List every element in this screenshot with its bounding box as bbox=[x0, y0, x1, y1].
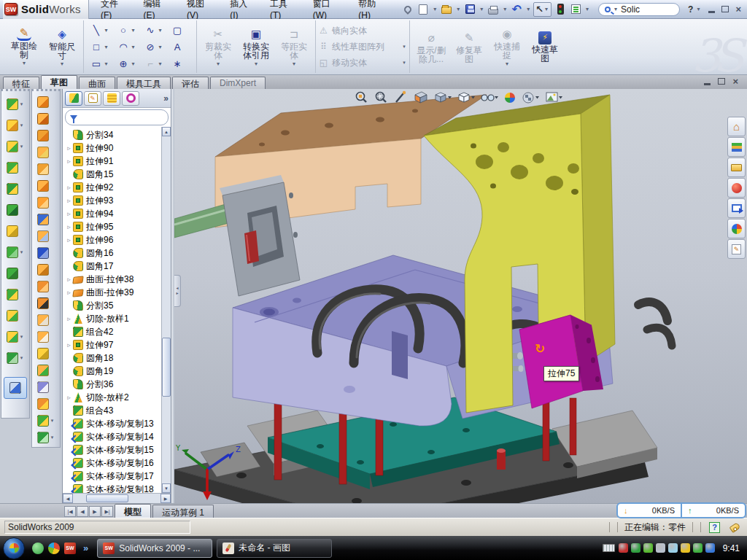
polygon-tool[interactable]: ⊕▾ bbox=[113, 55, 140, 72]
selection-box-tool[interactable]: ▢ bbox=[167, 22, 194, 39]
help-caret[interactable]: ▾ bbox=[695, 6, 701, 12]
tab-模具工具[interactable]: 模具工具 bbox=[117, 77, 171, 89]
quicklaunch-messenger-icon[interactable] bbox=[32, 542, 44, 554]
trim-entities-button[interactable]: ✂剪裁实体▾ bbox=[199, 21, 237, 72]
antivirus-tray-icon[interactable] bbox=[619, 543, 628, 553]
expand-arrow-icon[interactable]: ▹ bbox=[65, 210, 73, 217]
tab-nav-3[interactable]: ▶| bbox=[101, 506, 113, 517]
model-view[interactable]: ↻ Y Z X bbox=[174, 89, 747, 503]
dropdown-caret-icon[interactable]: ▾ bbox=[50, 435, 55, 440]
tabs-overflow-icon[interactable]: » bbox=[163, 93, 169, 104]
zoom-fit-icon[interactable] bbox=[357, 93, 367, 103]
dropdown-caret-icon[interactable]: ▾ bbox=[50, 418, 55, 424]
scroll-left-icon[interactable]: ◀ bbox=[63, 494, 73, 503]
offset-entities-button[interactable]: ⊐等距实体▾ bbox=[275, 21, 313, 72]
tree-item[interactable]: 实体-移动/复制15 bbox=[63, 443, 171, 456]
scroll-right-icon[interactable]: ▶ bbox=[160, 494, 171, 503]
expand-arrow-icon[interactable]: ▹ bbox=[65, 144, 73, 152]
dropdown-caret-icon[interactable]: ▾ bbox=[131, 61, 136, 67]
tab-nav-2[interactable]: ▶ bbox=[89, 506, 101, 517]
tree-item[interactable]: ▹曲面-拉伸39 bbox=[63, 286, 171, 299]
new-caret[interactable]: ▾ bbox=[432, 6, 438, 12]
smart-dimension-button[interactable]: ◈智能尺寸▾ bbox=[43, 21, 81, 72]
taskpane-view-palette[interactable] bbox=[727, 198, 746, 218]
revolved-surface-tool[interactable] bbox=[32, 110, 60, 127]
print-caret[interactable]: ▾ bbox=[502, 6, 508, 12]
featuremanager-tab[interactable] bbox=[65, 91, 82, 106]
tree-item[interactable]: 组合42 bbox=[63, 325, 171, 338]
taskbar-button-solidworks[interactable]: SWSolidWorks 2009 - ... bbox=[97, 539, 212, 558]
untrim-surface-tool[interactable] bbox=[32, 328, 60, 345]
dropdown-caret-icon[interactable]: ▾ bbox=[19, 249, 24, 255]
tree-vertical-scrollbar[interactable]: ▲ ▼ bbox=[161, 127, 171, 493]
doc-restore-button[interactable] bbox=[718, 78, 725, 85]
quicklaunch-solidworks-icon[interactable]: SW bbox=[64, 542, 76, 554]
mirror-entities-button[interactable]: ⚠镜向实体 bbox=[318, 23, 407, 38]
text-tool[interactable]: A bbox=[167, 39, 194, 55]
print-icon[interactable] bbox=[487, 3, 500, 16]
linear-sketch-pattern-button[interactable]: ⠿线性草图阵列▾ bbox=[318, 39, 407, 54]
measure-tool[interactable] bbox=[4, 377, 27, 399]
dropdown-caret-icon[interactable]: ▾ bbox=[104, 44, 109, 50]
tree-item[interactable]: 实体-移动/复制16 bbox=[63, 456, 171, 470]
tab-特征[interactable]: 特征 bbox=[3, 77, 39, 89]
open-caret[interactable]: ▾ bbox=[455, 6, 461, 12]
dropdown-caret-icon[interactable]: ▾ bbox=[19, 122, 24, 128]
dropdown-caret-icon[interactable]: ▾ bbox=[104, 61, 109, 67]
volume-tray-icon[interactable] bbox=[656, 543, 665, 553]
lofted-surface-tool[interactable] bbox=[32, 144, 60, 160]
sync-blocked-tray-icon[interactable] bbox=[705, 543, 715, 553]
scroll-thumb[interactable] bbox=[162, 338, 171, 397]
expand-arrow-icon[interactable]: ▹ bbox=[65, 184, 73, 191]
slot-tool[interactable]: ▭▾ bbox=[86, 55, 113, 72]
convert-entities-button[interactable]: ▣转换实体引用▾ bbox=[237, 21, 275, 72]
dropdown-caret-icon[interactable]: ▾ bbox=[19, 334, 24, 340]
tag-icon[interactable] bbox=[729, 522, 741, 533]
tree-item[interactable]: 圆角18 bbox=[63, 351, 171, 365]
tree-item[interactable]: ▹拉伸92 bbox=[63, 181, 171, 194]
display-delete-relations-button[interactable]: ⌀显示/删除几... bbox=[412, 21, 450, 72]
open-icon[interactable] bbox=[440, 3, 453, 16]
tree-horizontal-scrollbar[interactable]: ◀ ▶ bbox=[63, 493, 171, 503]
taskpane-solidworks-resources[interactable]: ⌂ bbox=[727, 117, 746, 136]
dropdown-caret-icon[interactable]: ▾ bbox=[253, 61, 259, 67]
rib-tool[interactable] bbox=[1, 262, 29, 284]
parting-line-tool[interactable] bbox=[32, 345, 60, 362]
tree-item[interactable]: ▹拉伸96 bbox=[63, 233, 171, 246]
tree-item[interactable]: 圆角16 bbox=[63, 246, 171, 260]
dropdown-caret-icon[interactable]: ▾ bbox=[158, 61, 163, 67]
model-tab-运动算例 1[interactable]: 运动算例 1 bbox=[152, 505, 214, 518]
shell-tool[interactable] bbox=[1, 220, 29, 241]
dropdown-caret-icon[interactable]: ▾ bbox=[158, 44, 163, 50]
tree-item[interactable]: ▹切除-放样1 bbox=[63, 312, 171, 325]
core-insert[interactable] bbox=[174, 175, 300, 296]
security-shield-tray-icon[interactable] bbox=[631, 543, 640, 553]
select-tool[interactable]: ↖▾ bbox=[533, 2, 551, 17]
restore-button[interactable] bbox=[721, 6, 729, 12]
delete-face-tool[interactable] bbox=[32, 295, 60, 311]
filled-surface-tool[interactable] bbox=[32, 177, 60, 194]
options-icon[interactable] bbox=[569, 3, 582, 16]
apply-scene-icon[interactable] bbox=[523, 93, 539, 103]
curve-tool[interactable]: ▾ bbox=[1, 347, 29, 368]
shut-off-surface-tool[interactable] bbox=[32, 362, 60, 378]
save-caret[interactable]: ▾ bbox=[479, 6, 484, 12]
dropdown-caret-icon[interactable]: ▾ bbox=[19, 101, 24, 107]
tree-item[interactable]: ▹曲面-拉伸38 bbox=[63, 273, 171, 286]
revolved-boss-tool[interactable]: ▾ bbox=[1, 114, 29, 136]
expand-arrow-icon[interactable]: ▹ bbox=[65, 394, 73, 401]
tree-item[interactable]: 分割34 bbox=[63, 128, 171, 141]
tree-filter-input[interactable] bbox=[65, 109, 169, 125]
scroll-up-icon[interactable]: ▲ bbox=[162, 127, 171, 136]
taskpane-solidworks-search[interactable] bbox=[727, 178, 746, 198]
options-caret[interactable]: ▾ bbox=[584, 6, 590, 12]
keyboard-tray-icon[interactable] bbox=[603, 544, 615, 552]
tree-item[interactable]: ▹拉伸95 bbox=[63, 220, 171, 233]
tree-item[interactable]: ▹拉伸90 bbox=[63, 141, 171, 155]
tree-item[interactable]: ▹拉伸97 bbox=[63, 338, 171, 351]
split-tool[interactable] bbox=[1, 305, 29, 326]
panel-collapse-handle[interactable]: ◂▸ bbox=[174, 275, 181, 307]
taskpane-custom-properties[interactable]: ✎ bbox=[727, 239, 746, 259]
shield-plus-tray-icon[interactable] bbox=[693, 543, 703, 553]
expand-arrow-icon[interactable]: ▹ bbox=[65, 197, 73, 204]
